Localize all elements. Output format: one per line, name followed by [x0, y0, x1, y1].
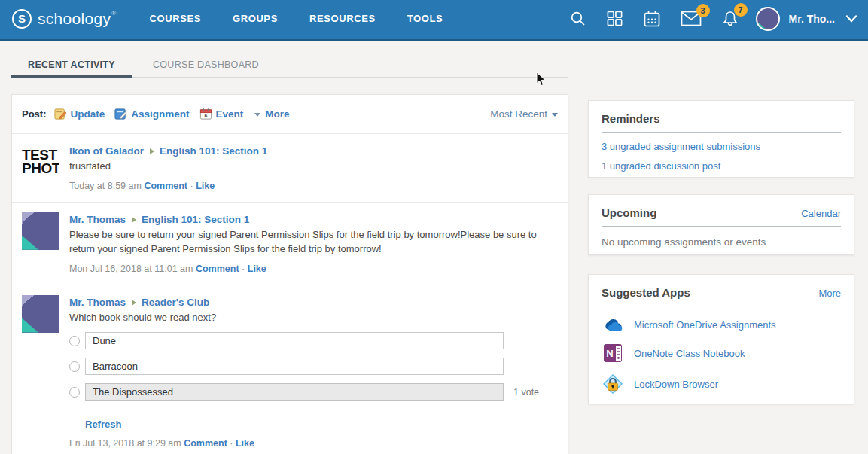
app-header: S schoology® COURSES GROUPS RESOURCES TO…	[0, 0, 868, 41]
post-timestamp: Mon Jul 16, 2018 at 11:01 am	[69, 264, 193, 274]
post-timestamp: Fri Jul 13, 2018 at 9:29 am	[69, 438, 181, 449]
svg-text:N: N	[606, 348, 613, 359]
suggested-apps-panel: Suggested Apps More Microsoft OneDrive A…	[588, 274, 854, 404]
more-caret-icon	[254, 113, 260, 117]
tab-bar: RECENT ACTIVITY COURSE DASHBOARD	[0, 41, 868, 85]
reminders-panel: Reminders 3 ungraded assignment submissi…	[588, 100, 854, 178]
post-author-link[interactable]: Mr. Thomas	[69, 297, 126, 308]
post-event-button[interactable]: 6 Event	[199, 108, 244, 120]
post-more-button[interactable]: More	[253, 108, 289, 120]
reminders-title: Reminders	[602, 112, 660, 125]
post-context-link[interactable]: English 101: Section 1	[142, 214, 249, 225]
post-body: Please be sure to return your signed Par…	[69, 228, 558, 257]
poll-option-box[interactable]: Dune	[85, 332, 504, 349]
app-row-onedrive[interactable]: Microsoft OneDrive Assignments	[602, 318, 841, 332]
main-nav: COURSES GROUPS RESOURCES TOOLS	[149, 13, 474, 24]
upcoming-title: Upcoming	[602, 206, 656, 219]
post-author-avatar[interactable]: TESTPHOT	[22, 144, 59, 181]
app-row-onenote[interactable]: N OneNote Class Notebook	[602, 343, 841, 363]
event-icon: 6	[199, 108, 212, 120]
nav-item-courses[interactable]: COURSES	[149, 13, 201, 24]
user-name: Mr. Tho...	[789, 13, 835, 25]
breadcrumb-arrow-icon	[132, 300, 136, 306]
nav-item-groups[interactable]: GROUPS	[233, 13, 278, 24]
poll-radio[interactable]	[69, 361, 80, 372]
like-link[interactable]: Like	[236, 438, 254, 449]
reminder-link-discussion[interactable]: 1 ungraded discussion post	[602, 160, 841, 172]
poll-radio[interactable]	[69, 387, 80, 398]
feed-post: TESTPHOT Ikon of GaladorEnglish 101: Sec…	[12, 134, 568, 203]
reminder-link-assignments[interactable]: 3 ungraded assignment submissions	[602, 141, 841, 152]
upcoming-empty-text: No upcoming assignments or events	[602, 236, 841, 248]
logo-text: schoology®	[38, 10, 116, 28]
messages-badge: 3	[696, 4, 710, 17]
user-menu[interactable]: Mr. Tho...	[756, 7, 857, 31]
post-meta: Today at 8:59 am Comment · Like	[69, 181, 558, 191]
post-body: frusrtated	[69, 160, 558, 174]
schoology-s-icon: S	[12, 9, 32, 29]
calendar-icon[interactable]	[643, 10, 661, 28]
user-avatar[interactable]	[756, 7, 780, 31]
post-update-button[interactable]: Update	[54, 108, 105, 120]
feed-post-poll: Mr. ThomasReader's Club Which book shoul…	[12, 285, 568, 454]
activity-feed: Post: Update Assignment	[11, 94, 568, 454]
sort-caret-icon	[552, 113, 558, 117]
poll-option-box[interactable]: The Dispossessed	[85, 383, 504, 401]
app-grid-icon[interactable]	[606, 10, 623, 27]
tab-recent-activity[interactable]: RECENT ACTIVITY	[11, 59, 132, 70]
poll-refresh-link[interactable]: Refresh	[85, 419, 121, 430]
assignment-icon	[114, 108, 127, 120]
post-body: Which book should we read next?	[69, 311, 558, 325]
messages-icon[interactable]: 3	[681, 11, 702, 26]
breadcrumb-arrow-icon	[132, 217, 136, 223]
post-author-avatar[interactable]	[22, 295, 59, 333]
header-right: 3 7 Mr. Tho...	[550, 7, 857, 31]
onenote-icon: N	[602, 343, 624, 363]
poll-option: The Dispossessed 1 vote	[69, 383, 558, 401]
comment-link[interactable]: Comment	[184, 438, 227, 449]
poll-radio[interactable]	[69, 336, 80, 346]
update-icon	[54, 108, 67, 120]
post-composer: Post: Update Assignment	[12, 95, 568, 134]
like-link[interactable]: Like	[248, 264, 266, 274]
tab-course-dashboard[interactable]: COURSE DASHBOARD	[153, 59, 259, 70]
suggested-apps-title: Suggested Apps	[602, 286, 690, 299]
poll-option: Dune	[69, 332, 558, 349]
sort-dropdown[interactable]: Most Recent	[490, 108, 558, 120]
post-meta: Fri Jul 13, 2018 at 9:29 am Comment · Li…	[69, 438, 558, 449]
upcoming-panel: Upcoming Calendar No upcoming assignment…	[588, 194, 854, 255]
like-link[interactable]: Like	[196, 181, 215, 191]
app-row-lockdown[interactable]: LockDown Browser	[602, 374, 841, 394]
post-timestamp: Today at 8:59 am	[69, 181, 142, 191]
comment-link[interactable]: Comment	[144, 181, 187, 191]
post-context-link[interactable]: Reader's Club	[142, 297, 209, 308]
post-author-link[interactable]: Ikon of Galador	[69, 145, 144, 157]
poll: Dune Barracoon The Dispossessed 1 vote R…	[69, 332, 558, 431]
search-icon[interactable]	[569, 10, 586, 27]
calendar-link[interactable]: Calendar	[801, 208, 841, 219]
more-apps-link[interactable]: More	[818, 288, 841, 299]
post-context-link[interactable]: English 101: Section 1	[160, 145, 267, 157]
post-meta: Mon Jul 16, 2018 at 11:01 am Comment · L…	[69, 264, 558, 274]
comment-link[interactable]: Comment	[196, 264, 239, 274]
app-label: OneNote Class Notebook	[634, 348, 745, 359]
poll-option-box[interactable]: Barracoon	[85, 358, 504, 375]
post-author-avatar[interactable]	[22, 212, 59, 250]
app-label: LockDown Browser	[634, 379, 718, 390]
feed-post: Mr. ThomasEnglish 101: Section 1 Please …	[12, 203, 568, 285]
nav-item-resources[interactable]: RESOURCES	[309, 13, 376, 24]
chevron-down-icon[interactable]	[845, 14, 857, 23]
notifications-badge: 7	[734, 3, 748, 17]
post-assignment-button[interactable]: Assignment	[114, 108, 189, 120]
breadcrumb-arrow-icon	[150, 148, 154, 154]
lockdown-icon	[602, 374, 624, 394]
post-author-link[interactable]: Mr. Thomas	[69, 214, 126, 225]
nav-item-tools[interactable]: TOOLS	[407, 13, 443, 24]
active-tab-indicator	[11, 75, 132, 78]
app-label: Microsoft OneDrive Assignments	[634, 319, 776, 331]
notifications-icon[interactable]: 7	[721, 10, 739, 28]
registered-mark: ®	[111, 10, 116, 17]
schoology-logo[interactable]: S schoology®	[12, 9, 116, 29]
poll-option: Barracoon	[69, 358, 558, 375]
onedrive-icon	[602, 318, 624, 332]
